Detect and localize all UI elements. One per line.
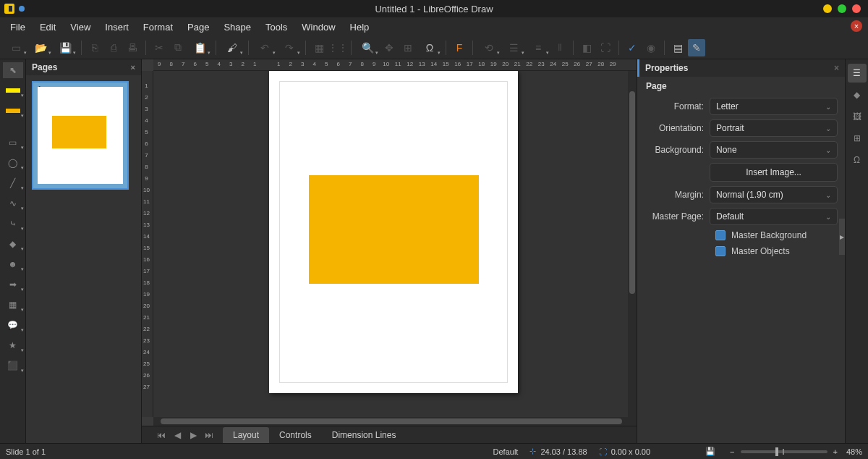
minimize-button[interactable] xyxy=(823,4,832,13)
special-char-button[interactable]: Ω▾ xyxy=(418,39,441,56)
menu-edit[interactable]: Edit xyxy=(33,19,63,35)
pages-panel-close-icon[interactable]: × xyxy=(131,63,135,72)
layer-tabs-row: ⏮ ◀ ▶ ⏭ Layout Controls Dimension Lines xyxy=(142,426,637,443)
grid-button[interactable]: ▦ xyxy=(310,39,328,56)
canvas-viewport[interactable] xyxy=(153,71,637,417)
page-canvas[interactable] xyxy=(269,71,518,393)
insert-image-button[interactable]: Insert Image... xyxy=(710,163,838,182)
nav-last-icon[interactable]: ⏭ xyxy=(202,428,216,442)
copy-button[interactable]: ⧉ xyxy=(169,39,187,56)
nav-next-icon[interactable]: ▶ xyxy=(186,428,200,442)
line-tool[interactable]: ╱▾ xyxy=(3,175,23,191)
pages-panel-title: Pages xyxy=(32,62,57,72)
zoom-slider[interactable] xyxy=(741,450,827,453)
master-page-select[interactable]: Default⌄ xyxy=(710,208,838,225)
rectangle-tool[interactable]: ▭▾ xyxy=(3,135,23,151)
menu-format[interactable]: Format xyxy=(136,19,180,35)
canvas-area: ◂ 98765432112345678910111213141516171819… xyxy=(142,59,637,443)
clone-formatting-button[interactable]: 🖌▾ xyxy=(221,39,244,56)
menu-page[interactable]: Page xyxy=(180,19,216,35)
print-directly-button[interactable]: ⎙ xyxy=(105,39,122,56)
connector-tool[interactable]: ⤷▾ xyxy=(3,216,23,232)
orientation-select[interactable]: Portrait⌄ xyxy=(710,119,838,137)
status-layer[interactable]: Default xyxy=(482,447,530,456)
extrusion-button[interactable]: ✓ xyxy=(624,39,641,56)
menu-shape[interactable]: Shape xyxy=(216,19,258,35)
symbol-shapes-tool[interactable]: ☻▾ xyxy=(3,256,23,272)
pointer-tool[interactable]: ⬉ xyxy=(3,62,23,78)
menu-help[interactable]: Help xyxy=(343,19,377,35)
stars-tool[interactable]: ★▾ xyxy=(3,337,23,353)
arrange-button[interactable]: ≡▾ xyxy=(527,39,550,56)
properties-panel: ▸ Properties × Page Format: Letter⌄ Orie… xyxy=(637,59,845,443)
basic-shapes-tool[interactable]: ◆▾ xyxy=(3,236,23,252)
crop-button[interactable]: ⛶ xyxy=(597,39,614,56)
align-button[interactable]: ☰▾ xyxy=(502,39,525,56)
close-button[interactable] xyxy=(852,4,861,13)
print-button[interactable]: 🖶 xyxy=(124,39,141,56)
menu-insert[interactable]: Insert xyxy=(98,19,136,35)
3d-button[interactable]: ◉ xyxy=(642,39,660,56)
format-select[interactable]: Letter⌄ xyxy=(710,98,838,115)
arrow-shapes-tool[interactable]: ➡▾ xyxy=(3,277,23,292)
sidebar-tab-gallery[interactable]: 🖼 xyxy=(848,107,867,126)
curve-tool[interactable]: ∿▾ xyxy=(3,195,23,211)
nav-prev-icon[interactable]: ◀ xyxy=(170,428,184,442)
open-button[interactable]: 📂▾ xyxy=(29,39,52,56)
menu-tools[interactable]: Tools xyxy=(258,19,294,35)
tab-layout[interactable]: Layout xyxy=(223,427,269,443)
zoom-out-button[interactable]: − xyxy=(730,447,734,456)
insert-table-button[interactable]: ⊞ xyxy=(399,39,417,56)
sidebar-tab-styles[interactable]: Ω xyxy=(848,151,867,169)
redo-button[interactable]: ↷▾ xyxy=(278,39,301,56)
nav-first-icon[interactable]: ⏮ xyxy=(154,428,169,442)
ellipse-tool[interactable]: ◯▾ xyxy=(3,155,23,171)
horizontal-ruler[interactable]: 9876543211234567891011121314151617181920… xyxy=(153,59,637,71)
zoom-button[interactable]: 🔍▾ xyxy=(356,39,379,56)
sidebar-tab-navigator[interactable]: ⊞ xyxy=(848,129,867,148)
save-button[interactable]: 💾▾ xyxy=(54,39,77,56)
callout-tool[interactable]: 💬▾ xyxy=(3,317,23,333)
undo-button[interactable]: ↶▾ xyxy=(253,39,276,56)
background-select[interactable]: None⌄ xyxy=(710,141,838,159)
snap-guides-button[interactable]: ⋮⋮ xyxy=(329,39,346,56)
status-size: 0.00 x 0.00 xyxy=(611,447,662,456)
master-objects-checkbox[interactable] xyxy=(715,246,726,256)
transformations-button[interactable]: ⟲▾ xyxy=(477,39,501,56)
flowchart-tool[interactable]: ▦▾ xyxy=(3,297,23,313)
vertical-scrollbar[interactable] xyxy=(628,71,637,417)
status-zoom[interactable]: 48% xyxy=(838,447,862,456)
paste-button[interactable]: 📋▾ xyxy=(188,39,211,56)
rectangle-shape[interactable] xyxy=(309,175,479,284)
line-color[interactable]: ▾ xyxy=(3,103,23,119)
vertical-ruler[interactable]: 1234567891011121314151617181920212223242… xyxy=(142,71,153,417)
close-document-button[interactable]: × xyxy=(851,20,862,32)
shadow-button[interactable]: ◧ xyxy=(578,39,595,56)
edit-button[interactable]: ✎ xyxy=(688,39,705,56)
export-pdf-button[interactable]: ⎘ xyxy=(86,39,103,56)
insert-page-button[interactable]: ▤ xyxy=(669,39,686,56)
properties-close-icon[interactable]: × xyxy=(834,63,839,73)
menu-file[interactable]: File xyxy=(3,19,33,35)
3d-tool[interactable]: ⬛▾ xyxy=(3,358,23,374)
sidebar-tab-properties[interactable]: ☰ xyxy=(848,64,867,83)
maximize-button[interactable] xyxy=(838,4,846,13)
status-save-icon[interactable]: 💾 xyxy=(705,447,715,456)
distribute-button[interactable]: ⫴ xyxy=(551,39,569,56)
pan-button[interactable]: ✥ xyxy=(380,39,398,56)
horizontal-scrollbar[interactable] xyxy=(153,417,637,426)
cut-button[interactable]: ✂ xyxy=(150,39,168,56)
margin-select[interactable]: Normal (1.90 cm)⌄ xyxy=(710,186,838,203)
page-thumbnail-1[interactable]: 1 xyxy=(32,81,129,190)
fontwork-button[interactable]: F xyxy=(451,39,468,56)
size-icon: ⛶ xyxy=(599,447,611,456)
menu-window[interactable]: Window xyxy=(294,19,342,35)
tab-controls[interactable]: Controls xyxy=(269,427,322,443)
new-button[interactable]: ▭▾ xyxy=(4,39,27,56)
menu-view[interactable]: View xyxy=(63,19,98,35)
master-background-checkbox[interactable] xyxy=(715,230,726,240)
sidebar-tab-shapes[interactable]: ◆ xyxy=(848,85,867,104)
tab-dimension-lines[interactable]: Dimension Lines xyxy=(322,427,407,443)
fill-color[interactable]: ▾ xyxy=(3,83,23,98)
collapse-right-icon[interactable]: ▸ xyxy=(839,219,845,255)
